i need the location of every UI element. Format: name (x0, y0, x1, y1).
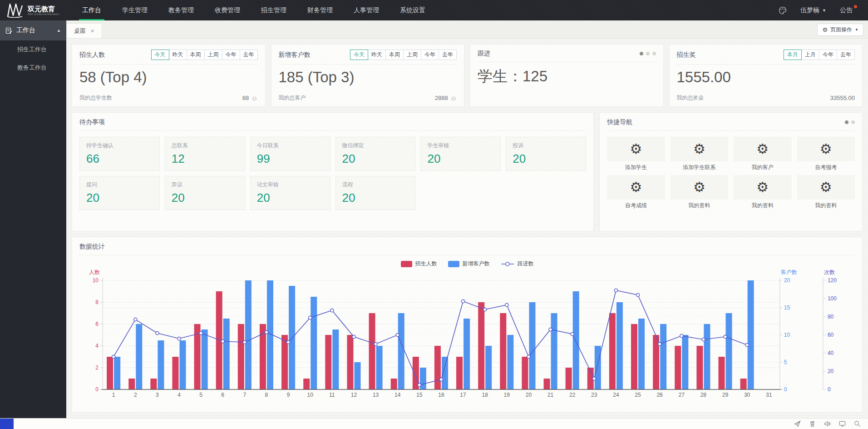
filter-chip-昨天[interactable]: 昨天 (368, 50, 386, 60)
filter-chip-昨天[interactable]: 昨天 (169, 50, 187, 60)
legend-item-招生人数[interactable]: 招生人数 (401, 260, 437, 268)
statistics-panel: 数据统计 招生人数新增客户数跟进数 1234567891011121314151… (72, 237, 863, 413)
filter-chip-本周[interactable]: 本周 (187, 50, 205, 60)
svg-text:25: 25 (635, 392, 641, 398)
todo-item-论文审核[interactable]: 论文审核20 (250, 176, 330, 210)
nav-item-收费管理[interactable]: 收费管理 (204, 0, 251, 20)
todo-item-今日联系[interactable]: 今日联系99 (250, 137, 330, 171)
filter-chip-上月[interactable]: 上月 (801, 50, 819, 60)
quick-nav-item-我的客户[interactable]: ⚙我的客户 (734, 137, 791, 171)
svg-text:30: 30 (744, 392, 750, 398)
theme-palette-icon[interactable] (779, 6, 787, 15)
todo-item-异议[interactable]: 异议20 (165, 176, 245, 210)
carousel-dot[interactable] (646, 52, 650, 55)
quick-nav-item-自考报考[interactable]: ⚙自考报考 (797, 137, 855, 171)
statistics-title: 数据统计 (79, 243, 105, 251)
legend-item-跟进数[interactable]: 跟进数 (501, 260, 534, 268)
svg-text:0: 0 (784, 386, 787, 393)
svg-text:24: 24 (613, 392, 619, 398)
card-footer-value: 88 (242, 95, 249, 101)
announcement-button[interactable]: 公告 (840, 6, 856, 15)
filter-chip-今年[interactable]: 今年 (819, 50, 837, 60)
filter-chip-今天[interactable]: 今天 (350, 50, 368, 60)
nav-item-人事管理[interactable]: 人事管理 (343, 0, 390, 20)
filter-chip-去年[interactable]: 去年 (837, 50, 855, 60)
filter-chip-去年[interactable]: 去年 (439, 50, 457, 60)
gear-icon: ⚙ (693, 180, 705, 194)
carousel-dot[interactable] (640, 52, 643, 55)
todo-item-提问[interactable]: 提问20 (79, 176, 160, 210)
svg-text:10: 10 (784, 332, 790, 338)
gear-icon: ⚙ (630, 180, 642, 194)
sidebar-item-教务工作台[interactable]: 教务工作台 (0, 59, 66, 77)
legend-label: 跟进数 (518, 260, 534, 268)
page-actions-button[interactable]: ⚙ 页面操作 ▼ (817, 24, 863, 36)
workbench-icon (5, 27, 12, 34)
nav-item-学生管理[interactable]: 学生管理 (112, 0, 158, 20)
todo-item-投诉[interactable]: 投诉20 (506, 137, 586, 171)
nav-item-教务管理[interactable]: 教务管理 (158, 0, 204, 20)
quick-nav-tile: ⚙ (797, 137, 855, 161)
topbar-nav: 工作台学生管理教务管理收费管理招生管理财务管理人事管理系统设置 (72, 0, 436, 20)
tab-desktop[interactable]: 桌面 ✕ (66, 23, 102, 38)
todo-item-总联系[interactable]: 总联系12 (165, 137, 245, 171)
filter-chip-今年[interactable]: 今年 (421, 50, 439, 60)
filter-chip-去年[interactable]: 去年 (240, 50, 258, 60)
chart-legend: 招生人数新增客户数跟进数 (79, 260, 855, 268)
app-logo[interactable]: 双元教育 BSS Vocational Education (0, 3, 72, 18)
close-icon[interactable]: ✕ (90, 28, 94, 34)
card-value: 185 (Top 3) (279, 69, 457, 86)
quick-nav-item-我的资料[interactable]: ⚙我的资料 (671, 175, 728, 210)
nav-item-招生管理[interactable]: 招生管理 (251, 0, 297, 20)
filter-chip-本周[interactable]: 本周 (385, 50, 404, 60)
user-menu[interactable]: 伍梦楠 ▼ (800, 6, 826, 15)
nav-item-系统设置[interactable]: 系统设置 (390, 0, 436, 20)
filter-chip-今年[interactable]: 今年 (222, 50, 240, 60)
todo-item-学生审核[interactable]: 学生审核20 (420, 137, 501, 171)
send-icon[interactable] (794, 420, 801, 427)
legend-swatch (448, 261, 459, 267)
volume-icon[interactable] (824, 420, 831, 427)
gear-icon: ⚙ (822, 27, 828, 33)
sidebar-item-招生工作台[interactable]: 招生工作台 (0, 40, 66, 59)
quick-nav-item-添加学生[interactable]: ⚙添加学生 (607, 137, 665, 171)
filter-chip-本月[interactable]: 本月 (784, 50, 802, 60)
carousel-dot[interactable] (851, 120, 855, 124)
svg-text:0: 0 (828, 386, 831, 393)
quick-nav-item-自考成绩[interactable]: ⚙自考成绩 (607, 175, 665, 210)
quick-nav-item-我的资料[interactable]: ⚙我的资料 (734, 175, 791, 210)
gear-icon: ⚙ (756, 180, 769, 194)
monitor-icon[interactable] (839, 420, 846, 427)
search-icon[interactable] (854, 420, 861, 427)
filter-chip-今天[interactable]: 今天 (151, 50, 169, 60)
quick-nav-item-我的资料[interactable]: ⚙我的资料 (797, 175, 855, 210)
todo-item-流程[interactable]: 流程20 (335, 176, 416, 210)
svg-text:27: 27 (679, 392, 685, 398)
trash-icon[interactable] (809, 420, 816, 427)
smiley-icon: ☺ (251, 95, 257, 102)
svg-text:21: 21 (547, 392, 554, 398)
quick-nav-item-添加学生联系[interactable]: ⚙添加学生联系 (671, 137, 728, 171)
sidebar-item-workbench[interactable]: 工作台 ▲ (0, 20, 66, 40)
filter-chip-上周[interactable]: 上周 (204, 50, 222, 60)
carousel-dot[interactable] (652, 52, 656, 55)
svg-text:40: 40 (828, 350, 834, 356)
nav-item-工作台[interactable]: 工作台 (72, 0, 112, 20)
svg-text:31: 31 (766, 392, 772, 398)
filter-chip-上周[interactable]: 上周 (403, 50, 421, 60)
svg-text:2: 2 (134, 392, 137, 398)
svg-text:0: 0 (95, 386, 99, 393)
carousel-dot[interactable] (845, 120, 848, 124)
todo-item-微信绑定[interactable]: 微信绑定20 (335, 137, 416, 171)
legend-item-新增客户数[interactable]: 新增客户数 (448, 260, 490, 268)
nav-item-财务管理[interactable]: 财务管理 (297, 0, 343, 20)
svg-text:17: 17 (460, 392, 466, 398)
svg-text:16: 16 (438, 392, 444, 398)
todo-item-待学生确认[interactable]: 待学生确认66 (79, 137, 160, 171)
sidebar-collapse-button[interactable] (0, 419, 14, 429)
quick-nav-tile: ⚙ (797, 175, 855, 200)
svg-text:19: 19 (504, 392, 510, 398)
quick-nav-label: 添加学生联系 (671, 164, 728, 171)
svg-text:6: 6 (221, 392, 224, 398)
todo-item-count: 20 (427, 152, 494, 166)
